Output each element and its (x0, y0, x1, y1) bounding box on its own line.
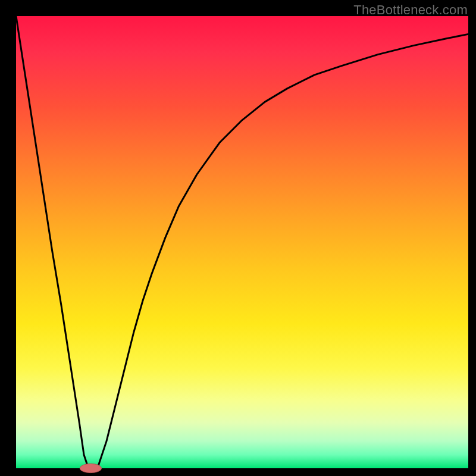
watermark-text: TheBottleneck.com (353, 2, 468, 18)
chart-frame: TheBottleneck.com (0, 0, 476, 476)
marker-layer (80, 464, 101, 472)
optimal-point-marker (80, 464, 101, 472)
chart-svg (0, 0, 476, 476)
curve-layer (16, 16, 468, 468)
bottleneck-curve (16, 16, 468, 468)
